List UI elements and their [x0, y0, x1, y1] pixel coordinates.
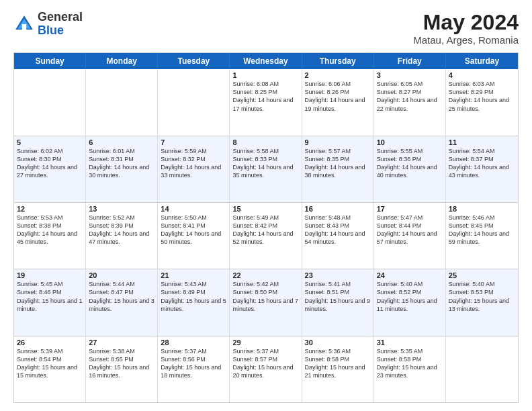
- cal-cell: 15Sunrise: 5:49 AM Sunset: 8:42 PM Dayli…: [230, 203, 302, 269]
- day-number: 5: [17, 138, 83, 146]
- cal-cell: 23Sunrise: 5:41 AM Sunset: 8:51 PM Dayli…: [302, 269, 374, 335]
- cal-cell: 1Sunrise: 6:08 AM Sunset: 8:25 PM Daylig…: [230, 69, 302, 135]
- day-number: 18: [449, 205, 515, 213]
- day-info: Sunrise: 5:59 AM Sunset: 8:32 PM Dayligh…: [161, 147, 226, 180]
- cal-cell: 3Sunrise: 6:05 AM Sunset: 8:27 PM Daylig…: [374, 69, 446, 135]
- day-number: 8: [232, 138, 298, 146]
- day-info: Sunrise: 5:37 AM Sunset: 8:57 PM Dayligh…: [232, 347, 298, 380]
- cal-cell: 20Sunrise: 5:44 AM Sunset: 8:47 PM Dayli…: [86, 269, 158, 335]
- day-info: Sunrise: 5:53 AM Sunset: 8:38 PM Dayligh…: [17, 214, 83, 246]
- day-number: 9: [305, 138, 371, 146]
- page: General Blue May 2024 Matau, Arges, Roma…: [0, 0, 532, 411]
- day-number: 3: [377, 71, 443, 79]
- day-info: Sunrise: 5:48 AM Sunset: 8:43 PM Dayligh…: [305, 214, 371, 246]
- cal-cell: 31Sunrise: 5:35 AM Sunset: 8:58 PM Dayli…: [374, 336, 446, 402]
- logo: General Blue: [13, 11, 83, 38]
- day-info: Sunrise: 5:38 AM Sunset: 8:55 PM Dayligh…: [89, 347, 154, 380]
- day-info: Sunrise: 5:40 AM Sunset: 8:53 PM Dayligh…: [449, 280, 515, 313]
- cal-cell: 30Sunrise: 5:36 AM Sunset: 8:58 PM Dayli…: [302, 336, 374, 402]
- day-number: 17: [377, 205, 443, 213]
- week-row-0: 1Sunrise: 6:08 AM Sunset: 8:25 PM Daylig…: [14, 69, 518, 135]
- cal-cell: 4Sunrise: 6:03 AM Sunset: 8:29 PM Daylig…: [446, 69, 518, 135]
- cal-cell: 12Sunrise: 5:53 AM Sunset: 8:38 PM Dayli…: [14, 203, 86, 269]
- day-info: Sunrise: 5:55 AM Sunset: 8:36 PM Dayligh…: [377, 147, 443, 180]
- calendar: SundayMondayTuesdayWednesdayThursdayFrid…: [13, 52, 519, 403]
- cal-cell: 28Sunrise: 5:37 AM Sunset: 8:56 PM Dayli…: [158, 336, 230, 402]
- day-info: Sunrise: 6:01 AM Sunset: 8:31 PM Dayligh…: [89, 147, 154, 180]
- day-number: 4: [449, 71, 515, 79]
- cal-cell: 26Sunrise: 5:39 AM Sunset: 8:54 PM Dayli…: [14, 336, 86, 402]
- cal-cell: [86, 69, 158, 135]
- cal-cell: 8Sunrise: 5:58 AM Sunset: 8:33 PM Daylig…: [230, 136, 302, 202]
- day-info: Sunrise: 6:05 AM Sunset: 8:27 PM Dayligh…: [377, 80, 443, 113]
- cal-cell: 22Sunrise: 5:42 AM Sunset: 8:50 PM Dayli…: [230, 269, 302, 335]
- day-number: 28: [161, 338, 226, 347]
- day-number: 29: [232, 338, 298, 347]
- day-number: 12: [17, 205, 83, 213]
- day-number: 7: [161, 138, 226, 146]
- cal-cell: 7Sunrise: 5:59 AM Sunset: 8:32 PM Daylig…: [158, 136, 230, 202]
- day-header-sunday: Sunday: [14, 53, 86, 69]
- day-number: 6: [89, 138, 154, 146]
- day-info: Sunrise: 5:36 AM Sunset: 8:58 PM Dayligh…: [305, 347, 371, 380]
- cal-cell: 11Sunrise: 5:54 AM Sunset: 8:37 PM Dayli…: [446, 136, 518, 202]
- calendar-body: 1Sunrise: 6:08 AM Sunset: 8:25 PM Daylig…: [14, 69, 518, 402]
- day-info: Sunrise: 6:02 AM Sunset: 8:30 PM Dayligh…: [17, 147, 83, 180]
- day-number: 31: [377, 338, 443, 347]
- cal-cell: 19Sunrise: 5:45 AM Sunset: 8:46 PM Dayli…: [14, 269, 86, 335]
- title-block: May 2024 Matau, Arges, Romania: [413, 11, 519, 46]
- location: Matau, Arges, Romania: [413, 34, 519, 46]
- cal-cell: [158, 69, 230, 135]
- calendar-header: SundayMondayTuesdayWednesdayThursdayFrid…: [14, 53, 518, 69]
- day-number: 26: [17, 338, 83, 347]
- cal-cell: 18Sunrise: 5:46 AM Sunset: 8:45 PM Dayli…: [446, 203, 518, 269]
- day-info: Sunrise: 5:35 AM Sunset: 8:58 PM Dayligh…: [377, 347, 443, 380]
- svg-rect-2: [22, 24, 26, 30]
- day-number: 13: [89, 205, 154, 213]
- day-info: Sunrise: 5:37 AM Sunset: 8:56 PM Dayligh…: [161, 347, 226, 380]
- day-number: 23: [305, 271, 371, 279]
- day-header-saturday: Saturday: [446, 53, 518, 69]
- cal-cell: 14Sunrise: 5:50 AM Sunset: 8:41 PM Dayli…: [158, 203, 230, 269]
- day-header-thursday: Thursday: [302, 53, 374, 69]
- day-info: Sunrise: 5:42 AM Sunset: 8:50 PM Dayligh…: [232, 280, 298, 313]
- day-number: 2: [305, 71, 371, 79]
- day-number: 11: [449, 138, 515, 146]
- day-number: 25: [449, 271, 515, 279]
- day-info: Sunrise: 5:58 AM Sunset: 8:33 PM Dayligh…: [232, 147, 298, 180]
- cal-cell: 29Sunrise: 5:37 AM Sunset: 8:57 PM Dayli…: [230, 336, 302, 402]
- cal-cell: 16Sunrise: 5:48 AM Sunset: 8:43 PM Dayli…: [302, 203, 374, 269]
- cal-cell: 5Sunrise: 6:02 AM Sunset: 8:30 PM Daylig…: [14, 136, 86, 202]
- day-header-tuesday: Tuesday: [158, 53, 230, 69]
- day-info: Sunrise: 5:43 AM Sunset: 8:49 PM Dayligh…: [161, 280, 226, 313]
- day-info: Sunrise: 5:47 AM Sunset: 8:44 PM Dayligh…: [377, 214, 443, 246]
- cal-cell: 13Sunrise: 5:52 AM Sunset: 8:39 PM Dayli…: [86, 203, 158, 269]
- cal-cell: 17Sunrise: 5:47 AM Sunset: 8:44 PM Dayli…: [374, 203, 446, 269]
- cal-cell: 27Sunrise: 5:38 AM Sunset: 8:55 PM Dayli…: [86, 336, 158, 402]
- day-info: Sunrise: 5:41 AM Sunset: 8:51 PM Dayligh…: [305, 280, 371, 313]
- day-info: Sunrise: 5:57 AM Sunset: 8:35 PM Dayligh…: [305, 147, 371, 180]
- month-year: May 2024: [413, 11, 519, 34]
- day-number: 22: [232, 271, 298, 279]
- day-number: 14: [161, 205, 226, 213]
- header: General Blue May 2024 Matau, Arges, Roma…: [13, 11, 519, 46]
- week-row-4: 26Sunrise: 5:39 AM Sunset: 8:54 PM Dayli…: [14, 336, 518, 402]
- day-info: Sunrise: 5:39 AM Sunset: 8:54 PM Dayligh…: [17, 347, 83, 380]
- day-header-wednesday: Wednesday: [230, 53, 302, 69]
- day-info: Sunrise: 5:52 AM Sunset: 8:39 PM Dayligh…: [89, 214, 154, 246]
- cal-cell: 9Sunrise: 5:57 AM Sunset: 8:35 PM Daylig…: [302, 136, 374, 202]
- logo-icon: [13, 13, 35, 35]
- cal-cell: 21Sunrise: 5:43 AM Sunset: 8:49 PM Dayli…: [158, 269, 230, 335]
- cal-cell: [14, 69, 86, 135]
- day-number: 30: [305, 338, 371, 347]
- week-row-1: 5Sunrise: 6:02 AM Sunset: 8:30 PM Daylig…: [14, 136, 518, 202]
- day-info: Sunrise: 6:03 AM Sunset: 8:29 PM Dayligh…: [449, 80, 515, 113]
- day-info: Sunrise: 5:44 AM Sunset: 8:47 PM Dayligh…: [89, 280, 154, 313]
- week-row-2: 12Sunrise: 5:53 AM Sunset: 8:38 PM Dayli…: [14, 202, 518, 269]
- week-row-3: 19Sunrise: 5:45 AM Sunset: 8:46 PM Dayli…: [14, 269, 518, 335]
- day-info: Sunrise: 5:49 AM Sunset: 8:42 PM Dayligh…: [232, 214, 298, 246]
- day-number: 21: [161, 271, 226, 279]
- day-info: Sunrise: 5:46 AM Sunset: 8:45 PM Dayligh…: [449, 214, 515, 246]
- cal-cell: 24Sunrise: 5:40 AM Sunset: 8:52 PM Dayli…: [374, 269, 446, 335]
- day-info: Sunrise: 6:06 AM Sunset: 8:26 PM Dayligh…: [305, 80, 371, 113]
